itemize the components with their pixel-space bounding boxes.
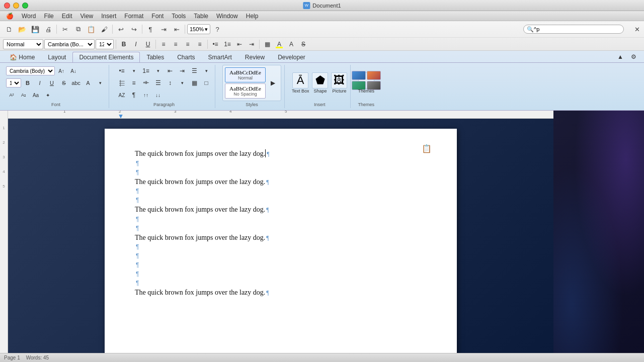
help-button[interactable]: ? (211, 23, 223, 35)
picture-insert-button[interactable]: 🖼 Picture (331, 72, 347, 94)
maximize-button[interactable] (22, 3, 28, 9)
doc-line-1[interactable]: The quick brown fox jumps over the lazy … (135, 149, 427, 159)
ribbon-clear-format-button[interactable]: ✦ (42, 89, 53, 101)
tab-smartart[interactable]: SmartArt (201, 52, 238, 62)
cut-button[interactable]: ✂ (59, 23, 71, 35)
shape-insert-button[interactable]: ⬟ Shape (312, 72, 328, 94)
bold-button[interactable]: B (118, 39, 129, 49)
tab-tables[interactable]: Tables (140, 52, 171, 62)
menu-tools[interactable]: Tools (168, 11, 190, 21)
font-grow-button[interactable]: A↑ (56, 65, 67, 76)
ribbon-bold-button[interactable]: B (22, 77, 33, 88)
menu-view[interactable]: View (76, 11, 97, 21)
ribbon-italic-button[interactable]: I (34, 77, 45, 88)
empty-line-3[interactable]: ¶ (135, 187, 427, 196)
themes-button[interactable]: Themes (358, 72, 374, 94)
multilevel-list-arrow[interactable]: ▾ (201, 65, 212, 76)
indent-rb-button[interactable]: ⇥ (177, 65, 188, 76)
menu-file[interactable]: File (40, 11, 57, 21)
ribbon-options-button[interactable]: ⚙ (628, 51, 639, 62)
menu-help[interactable]: Help (242, 11, 263, 21)
para-spacing-more[interactable]: ↓↓ (152, 89, 164, 101)
ribbon-font-color-button[interactable]: A (83, 77, 94, 88)
font-size-selector[interactable]: 12 (96, 39, 114, 49)
ribbon-font-color-arrow[interactable]: ▾ (95, 77, 106, 88)
numbered-list-rb-arrow[interactable]: ▾ (152, 65, 164, 76)
font-color-button[interactable]: A (286, 39, 297, 49)
justify-rb-button[interactable]: ☰ (152, 77, 164, 88)
menu-window[interactable]: Window (212, 11, 242, 21)
justify-button[interactable]: ≡ (194, 39, 205, 49)
ribbon-change-case-button[interactable]: Aa (30, 89, 41, 101)
shading-button[interactable]: ▦ (189, 77, 200, 88)
increase-indent-button[interactable]: ⇥ (246, 39, 257, 49)
border-button[interactable]: ▦ (262, 39, 273, 49)
font-selector[interactable]: Cambria (Bo... (44, 39, 95, 49)
align-left-rb-button[interactable]: ⬱ (116, 77, 127, 88)
menu-insert[interactable]: Insert (97, 11, 120, 21)
ribbon-highlight-button[interactable]: abc (70, 77, 82, 88)
style-no-spacing[interactable]: AaBbCcDdEe No Spacing (225, 83, 266, 99)
menu-word[interactable]: Word (18, 11, 40, 21)
tab-charts[interactable]: Charts (171, 52, 201, 62)
ribbon-subscript-button[interactable]: A₂ (18, 89, 29, 101)
styles-expand-button[interactable]: ▶ (268, 77, 279, 88)
tab-developer[interactable]: Developer (271, 52, 312, 62)
tab-layout[interactable]: Layout (41, 52, 72, 62)
document-area[interactable]: 📋 The quick brown fox jumps over the laz… (8, 119, 553, 353)
ribbon-strikethrough-button[interactable]: S (58, 77, 69, 88)
ribbon-collapse-button[interactable]: ▲ (615, 51, 626, 62)
indent-button[interactable]: ⇥ (157, 23, 170, 35)
search-box[interactable]: 🔍 (523, 25, 624, 34)
format-painter-button[interactable]: 🖌 (98, 23, 110, 35)
bullet-list-rb-button[interactable]: •≡ (116, 65, 127, 76)
highlight-color-button[interactable]: A (274, 39, 285, 49)
doc-line-4[interactable]: The quick brown fox jumps over the lazy … (135, 233, 427, 243)
textbox-insert-button[interactable]: Ā Text Box (292, 72, 309, 94)
search-close-button[interactable]: ✕ (633, 25, 641, 33)
outdent-rb-button[interactable]: ⇤ (165, 65, 176, 76)
underline-button[interactable]: U (142, 39, 153, 49)
empty-line-1[interactable]: ¶ (135, 159, 427, 168)
style-normal[interactable]: AaBbCcDdEe Normal (225, 67, 266, 82)
open-button[interactable]: 📂 (16, 23, 28, 35)
strikethrough-button[interactable]: S (298, 39, 309, 49)
bullet-list-button[interactable]: •≡ (210, 39, 221, 49)
multilevel-list-button[interactable]: ☰ (189, 65, 200, 76)
menu-font[interactable]: Font (147, 11, 168, 21)
align-left-button[interactable]: ≡ (158, 39, 169, 49)
redo-button[interactable]: ↪ (128, 23, 140, 35)
align-right-rb-button[interactable]: ⬲ (140, 77, 151, 88)
menu-format[interactable]: Format (120, 11, 147, 21)
align-center-rb-button[interactable]: ≡ (128, 77, 139, 88)
font-shrink-button[interactable]: A↓ (68, 65, 79, 76)
doc-line-3[interactable]: The quick brown fox jumps over the lazy … (135, 205, 427, 215)
print-button[interactable]: 🖨 (42, 23, 54, 35)
style-selector[interactable]: Normal (3, 39, 43, 49)
indent-marker[interactable] (119, 115, 123, 119)
empty-line-6[interactable]: ¶ (135, 224, 427, 233)
decrease-indent-button[interactable]: ⇤ (234, 39, 245, 49)
show-hide-button[interactable]: ¶ (128, 89, 139, 101)
line-spacing-arrow[interactable]: ▾ (177, 77, 188, 88)
sort-button[interactable]: AZ (116, 89, 127, 101)
zoom-control[interactable]: 150% ▾ (187, 24, 210, 34)
empty-line-2[interactable]: ¶ (135, 168, 427, 177)
tab-document-elements[interactable]: Document Elements (72, 52, 140, 62)
empty-line-8[interactable]: ¶ (135, 251, 427, 260)
numbered-list-rb-button[interactable]: 1≡ (140, 65, 151, 76)
copy-button[interactable]: ⧉ (72, 23, 84, 35)
minimize-button[interactable] (13, 3, 19, 9)
tab-review[interactable]: Review (238, 52, 271, 62)
save-button[interactable]: 💾 (29, 23, 41, 35)
doc-line-2[interactable]: The quick brown fox jumps over the lazy … (135, 177, 427, 187)
align-right-button[interactable]: ≡ (182, 39, 193, 49)
border-rb-button[interactable]: □ (201, 77, 212, 88)
undo-button[interactable]: ↩ (115, 23, 127, 35)
doc-line-5[interactable]: The quick brown fox jumps over the lazy … (135, 288, 427, 298)
paste-button[interactable]: 📋 (85, 23, 97, 35)
menu-edit[interactable]: Edit (58, 11, 76, 21)
search-input[interactable] (534, 26, 620, 32)
tab-home[interactable]: 🏠 Home (3, 52, 41, 62)
new-button[interactable]: 🗋 (3, 23, 15, 35)
